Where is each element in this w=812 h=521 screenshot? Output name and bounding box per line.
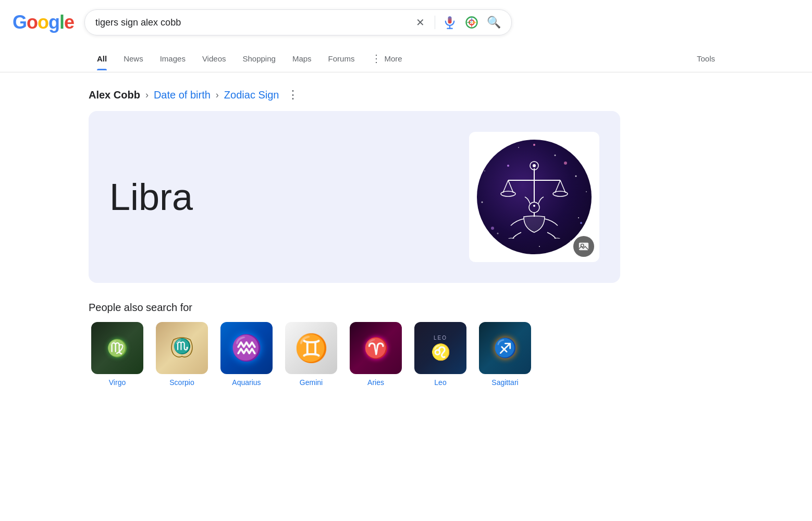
nav-item-forums[interactable]: Forums [320, 47, 363, 70]
lens-button[interactable] [464, 15, 479, 30]
breadcrumb-date-of-birth[interactable]: Date of birth [154, 89, 211, 101]
nav-more-label: More [384, 54, 402, 63]
logo-letter-g2: g [48, 11, 59, 33]
svg-point-10 [575, 176, 577, 177]
microphone-button[interactable] [442, 15, 457, 30]
zodiac-grid: ♍ Virgo ♏ Scorpio ♒ Aquarius [89, 322, 723, 387]
svg-rect-0 [448, 16, 452, 23]
lens-icon [464, 15, 479, 30]
close-icon: ✕ [416, 16, 425, 29]
stars-background [477, 140, 592, 254]
leo-icon: ♌ [431, 343, 450, 361]
svg-point-21 [533, 144, 535, 146]
svg-point-11 [586, 191, 587, 192]
aquarius-icon: ♒ [231, 333, 262, 363]
nav-item-images[interactable]: Images [152, 47, 194, 70]
zodiac-card-scorpio[interactable]: ♏ Scorpio [153, 322, 211, 387]
nav-item-all[interactable]: All [89, 47, 115, 70]
breadcrumb-entity[interactable]: Alex Cobb [89, 89, 140, 101]
search-icons: ✕ [413, 15, 501, 30]
zodiac-label-sagittarius: Sagittari [491, 378, 518, 387]
leo-text: LEO [434, 335, 447, 341]
svg-point-6 [518, 147, 519, 148]
svg-point-17 [507, 165, 509, 167]
breadcrumb-more-icon[interactable]: ⋮ [287, 88, 299, 102]
zodiac-thumb-leo: LEO ♌ [414, 322, 466, 374]
nav-item-shopping[interactable]: Shopping [234, 47, 284, 70]
zodiac-thumb-aries: ♈ [350, 322, 402, 374]
nav-item-maps[interactable]: Maps [284, 47, 320, 70]
svg-point-9 [484, 170, 485, 171]
also-search-section: People also search for ♍ Virgo ♏ Scorpio [89, 302, 723, 387]
nav-item-more[interactable]: ⋮ More [363, 45, 410, 72]
virgo-icon: ♍ [107, 338, 128, 358]
nav-tools[interactable]: Tools [688, 47, 723, 70]
image-search-icon [578, 241, 589, 252]
zodiac-image-wrapper [469, 132, 599, 262]
zodiac-card-virgo[interactable]: ♍ Virgo [89, 322, 146, 387]
also-search-title: People also search for [89, 302, 723, 314]
svg-point-19 [580, 222, 582, 224]
scorpio-icon: ♏ [161, 327, 203, 369]
nav-item-news[interactable]: News [115, 47, 152, 70]
zodiac-label-aquarius: Aquarius [232, 378, 261, 387]
zodiac-thumb-virgo: ♍ [91, 322, 143, 374]
zodiac-thumb-sagittarius: ♐ [479, 322, 531, 374]
zodiac-thumb-aquarius: ♒ [220, 322, 273, 374]
microphone-icon [442, 15, 457, 30]
breadcrumb-sep1: › [145, 90, 149, 101]
zodiac-card-sagittarius[interactable]: ♐ Sagittari [476, 322, 534, 387]
nav-item-videos[interactable]: Videos [194, 47, 235, 70]
svg-point-14 [497, 233, 499, 234]
svg-point-8 [581, 150, 582, 151]
search-icon: 🔍 [487, 16, 501, 29]
zodiac-card-aries[interactable]: ♈ Aries [347, 322, 404, 387]
knowledge-card: Libra [89, 111, 620, 283]
svg-point-18 [564, 162, 567, 165]
aries-icon: ♈ [364, 337, 388, 359]
svg-point-13 [578, 217, 579, 218]
logo-letter-l: l [59, 11, 64, 33]
breadcrumb-zodiac-sign[interactable]: Zodiac Sign [224, 89, 279, 101]
zodiac-label-gemini: Gemini [300, 378, 323, 387]
zodiac-card-leo[interactable]: LEO ♌ Leo [412, 322, 469, 387]
zodiac-thumb-gemini: ♊ [285, 322, 337, 374]
zodiac-label-leo: Leo [434, 378, 446, 387]
google-logo[interactable]: Google [13, 11, 74, 33]
svg-point-5 [492, 150, 494, 151]
zodiac-thumb-scorpio: ♏ [156, 322, 208, 374]
svg-text:♏: ♏ [173, 338, 191, 355]
zodiac-label-virgo: Virgo [109, 378, 126, 387]
sagittarius-icon: ♐ [494, 337, 517, 359]
more-dots-icon: ⋮ [371, 52, 382, 65]
zodiac-circle [477, 140, 592, 254]
svg-point-15 [539, 246, 540, 247]
svg-point-7 [555, 155, 556, 156]
zodiac-name: Libra [109, 176, 193, 218]
image-search-button[interactable] [573, 236, 594, 257]
logo-letter-o1: o [27, 11, 38, 33]
zodiac-card-gemini[interactable]: ♊ Gemini [282, 322, 340, 387]
divider [435, 16, 435, 29]
zodiac-label-aries: Aries [367, 378, 384, 387]
breadcrumb: Alex Cobb › Date of birth › Zodiac Sign … [89, 88, 723, 102]
gemini-icon: ♊ [294, 332, 328, 364]
svg-point-12 [482, 202, 483, 203]
header: Google tigers sign alex cobb ✕ [0, 0, 812, 45]
clear-button[interactable]: ✕ [413, 15, 427, 30]
breadcrumb-sep2: › [216, 90, 219, 101]
logo-letter-g: G [13, 11, 27, 33]
logo-letter-e: e [64, 11, 74, 33]
zodiac-card-aquarius[interactable]: ♒ Aquarius [218, 322, 275, 387]
search-bar[interactable]: tigers sign alex cobb ✕ [84, 9, 512, 35]
svg-point-16 [570, 241, 572, 242]
search-button[interactable]: 🔍 [486, 15, 501, 30]
navigation-bar: All News Images Videos Shopping Maps For… [0, 45, 812, 72]
main-content: Alex Cobb › Date of birth › Zodiac Sign … [0, 72, 812, 402]
logo-letter-o2: o [38, 11, 48, 33]
zodiac-label-scorpio: Scorpio [169, 378, 194, 387]
search-input[interactable]: tigers sign alex cobb [95, 17, 407, 28]
svg-point-20 [491, 227, 494, 230]
